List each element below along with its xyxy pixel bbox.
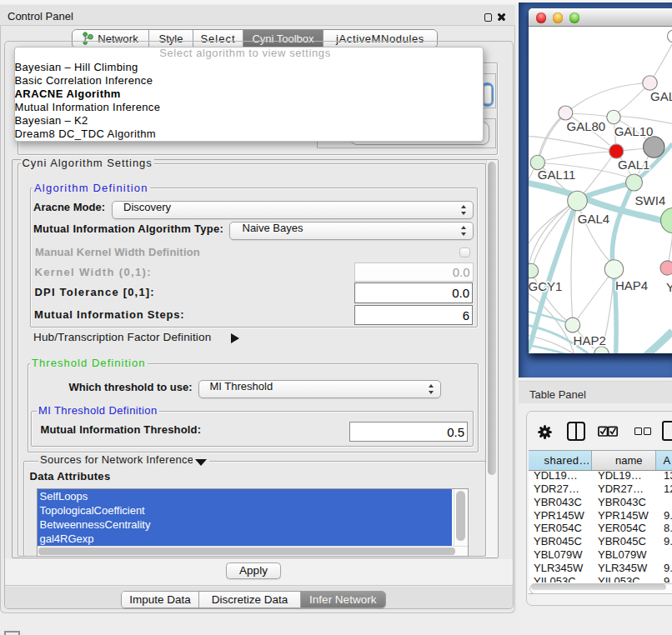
- svg-text:GAL11: GAL11: [537, 168, 575, 182]
- svg-text:GAL1: GAL1: [618, 158, 649, 172]
- svg-text:SWI4: SWI4: [634, 193, 665, 208]
- svg-text:HAP2: HAP2: [573, 333, 605, 348]
- svg-text:GAL80: GAL80: [566, 118, 605, 132]
- svg-text:GAL4: GAL4: [577, 212, 609, 226]
- svg-text:YE: YE: [665, 279, 672, 293]
- svg-text:GAL10: GAL10: [614, 124, 653, 138]
- svg-text:GCY1: GCY1: [529, 278, 562, 292]
- svg-text:HAP4: HAP4: [615, 278, 648, 292]
- svg-text:GAL2: GAL2: [650, 89, 672, 103]
